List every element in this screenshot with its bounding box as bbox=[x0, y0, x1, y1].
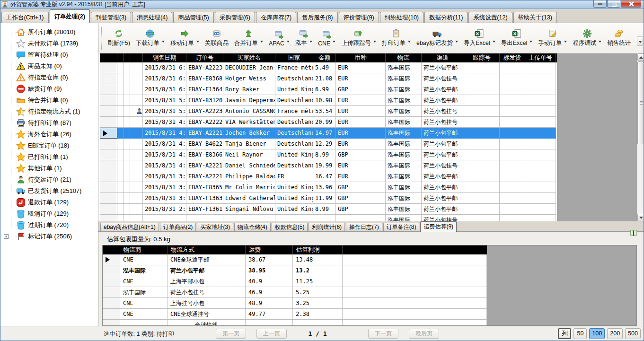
toolbar-button[interactable]: CNE bbox=[316, 29, 338, 48]
column-header[interactable]: 上传单号 bbox=[525, 53, 556, 62]
column-header[interactable]: 渠道 bbox=[422, 53, 464, 62]
freight-row[interactable]: CNECNE全球通挂号49.772.38 bbox=[103, 309, 487, 320]
row-header-cell[interactable] bbox=[100, 128, 117, 139]
chevron-down-icon[interactable] bbox=[599, 41, 601, 43]
sidebar-item[interactable]: 待合并订单 (0) bbox=[0, 95, 98, 106]
table-row[interactable]: 2015/8/31 3:30EBAY-E8365Mr Colin Marriot… bbox=[100, 182, 557, 193]
page-size-button[interactable]: 50 bbox=[573, 328, 587, 339]
nav-tab[interactable]: 工作台(Ctrl+1) bbox=[1, 12, 49, 23]
chevron-down-icon[interactable] bbox=[196, 41, 199, 43]
row-header-cell[interactable] bbox=[100, 139, 117, 149]
table-row[interactable]: 2015/8/31 5:59EBAY-83120...Jasmin Depper… bbox=[100, 95, 557, 106]
sidebar-item[interactable]: +标记订单 (2506) bbox=[0, 231, 98, 242]
row-header-cell[interactable] bbox=[103, 298, 120, 309]
row-header-cell[interactable] bbox=[100, 149, 117, 160]
detail-tab[interactable]: 运费估算(9) bbox=[420, 221, 457, 232]
row-header-cell[interactable] bbox=[100, 84, 117, 95]
page-size-button[interactable]: 500 bbox=[625, 328, 641, 339]
table-row[interactable]: 2015/8/31 6:28EBAY-E8368Holger WeissDeut… bbox=[100, 73, 557, 84]
row-header-cell[interactable] bbox=[100, 117, 117, 128]
toolbar-button[interactable]: ebay标记发货 bbox=[414, 28, 460, 48]
restore-button[interactable] bbox=[607, 0, 620, 8]
scrollbar-thumb[interactable] bbox=[637, 61, 644, 144]
sidebar-item[interactable]: 过期订单 (720) bbox=[0, 219, 98, 231]
row-header-cell[interactable] bbox=[100, 73, 117, 84]
row-header-cell[interactable] bbox=[103, 309, 120, 320]
row-header-cell[interactable] bbox=[100, 204, 117, 215]
detail-tab[interactable]: ebay商品信息(Alt+1) bbox=[100, 223, 159, 231]
nav-tab[interactable]: 评价管理(9) bbox=[339, 12, 379, 23]
table-row[interactable]: 2015/8/31 6:37EBAY-A22236DECOUDIER Jean-… bbox=[100, 62, 557, 73]
freight-row[interactable]: 泓丰国际荷兰小包平邮38.9513.2 bbox=[103, 265, 487, 276]
chevron-down-icon[interactable] bbox=[260, 41, 263, 43]
nav-tab[interactable]: 仓库库存(7) bbox=[256, 12, 296, 23]
chevron-down-icon[interactable] bbox=[529, 41, 532, 43]
toolbar-button[interactable]: APAC bbox=[266, 29, 292, 48]
nav-tab[interactable]: 帮助关于(13) bbox=[513, 12, 557, 23]
row-header-cell[interactable] bbox=[100, 182, 117, 193]
column-header[interactable]: 销售日期 bbox=[143, 53, 186, 62]
sidebar-item[interactable]: 待指定仓库 (0) bbox=[0, 72, 98, 83]
chevron-down-icon[interactable] bbox=[564, 41, 567, 43]
column-header[interactable]: 币种 bbox=[336, 53, 386, 62]
last-page-button[interactable]: 最后页 bbox=[409, 329, 439, 339]
close-button[interactable] bbox=[621, 0, 641, 8]
detail-tab[interactable]: 利润统计(6) bbox=[309, 223, 345, 231]
nav-tab[interactable]: 纠纷处理(10) bbox=[380, 12, 423, 23]
toolbar-overflow-button[interactable] bbox=[637, 36, 643, 46]
column-header[interactable]: 订单号 bbox=[186, 53, 223, 62]
sidebar-item[interactable]: 已发货订单 (25107) bbox=[0, 185, 98, 197]
sidebar-item[interactable]: 缺货订单 (9) bbox=[0, 83, 98, 95]
chevron-down-icon[interactable] bbox=[373, 41, 376, 43]
chevron-down-icon[interactable] bbox=[309, 41, 312, 43]
sidebar-item[interactable]: 取消订单 (129) bbox=[0, 208, 98, 219]
column-header[interactable]: 物流方式 bbox=[168, 245, 246, 254]
nav-tab[interactable]: 采购管理(6) bbox=[215, 12, 255, 23]
table-row[interactable]: 2015/8/31 4:00EBAY-A22218Daniel Schniede… bbox=[100, 160, 557, 171]
chevron-down-icon[interactable] bbox=[455, 41, 458, 43]
nav-tab[interactable]: 订单处理(2) bbox=[50, 9, 90, 23]
nav-tab[interactable]: 系统设置(12) bbox=[468, 12, 512, 23]
table-row[interactable]: 2015/8/31 5:47EBAY-A22234Antonio CASSANO… bbox=[100, 106, 557, 117]
table-row[interactable]: 2015/8/31 4:11EBAY-E8366Neil RaynorUnite… bbox=[100, 149, 557, 160]
row-header-cell[interactable] bbox=[103, 276, 120, 287]
row-header-cell[interactable] bbox=[100, 171, 117, 182]
detail-tab[interactable]: 收款信息(5) bbox=[272, 223, 308, 231]
toolbar-button[interactable]: 刷新(F5) bbox=[105, 28, 132, 48]
column-header[interactable]: 买家姓名 bbox=[223, 53, 275, 62]
row-header-cell[interactable] bbox=[100, 106, 117, 117]
table-row[interactable]: 2015/8/31 3:53EBAY-A22217Philippe Baldac… bbox=[100, 171, 557, 182]
column-header[interactable]: 运费 bbox=[246, 245, 293, 254]
toolbar-button[interactable]: 移动订单 bbox=[168, 28, 202, 48]
toolbar-button[interactable]: 泓丰 bbox=[293, 28, 315, 48]
table-row[interactable]: 2015/8/31 3:18EBAY-F1363Edward GatheralU… bbox=[100, 193, 557, 204]
toolbar-button[interactable]: 下载订单 bbox=[133, 28, 167, 48]
toolbar-button[interactable]: 合并订单 bbox=[232, 28, 265, 48]
toolbar-button[interactable]: 销售统计 bbox=[605, 28, 633, 48]
chevron-down-icon[interactable] bbox=[493, 41, 495, 43]
freight-row[interactable]: CNE上海平邮小包40.911.25 bbox=[103, 276, 487, 287]
table-row[interactable]: 2015/8/31 2:55EBAY-F1361Singani NdlovuUn… bbox=[100, 204, 557, 215]
tree-expander[interactable]: + bbox=[4, 234, 9, 239]
nav-tab[interactable]: 数据分析(11) bbox=[424, 12, 468, 23]
column-header[interactable]: 跟踪号 bbox=[464, 53, 500, 62]
freight-row[interactable]: 泓丰国际荷兰小包挂号46.95.25 bbox=[103, 287, 487, 298]
next-page-button[interactable]: 下一页 bbox=[368, 329, 398, 339]
sidebar-item[interactable]: 海外仓订单 (26) bbox=[0, 129, 98, 140]
detail-tab[interactable]: 买家地址(3) bbox=[197, 223, 233, 231]
column-header[interactable]: 物流商 bbox=[120, 245, 168, 254]
column-header[interactable]: 国家 bbox=[275, 53, 313, 62]
toolbar-button[interactable]: 关联商品 bbox=[203, 28, 231, 48]
chevron-down-icon[interactable] bbox=[162, 41, 165, 43]
row-header-cell[interactable] bbox=[100, 95, 117, 106]
freight-row[interactable]: CNECNE全球通平邮38.6713.48 bbox=[103, 254, 487, 265]
table-row[interactable]: 泓丰国际荷兰小包挂号 bbox=[100, 215, 557, 221]
row-header-cell[interactable] bbox=[103, 287, 120, 298]
page-size-button[interactable]: 100 bbox=[589, 328, 605, 339]
table-row[interactable]: 2015/8/31 4:46EBAY-A22219Jochen BekkerDe… bbox=[100, 128, 557, 139]
toolbar-button[interactable]: 打印订单 bbox=[379, 28, 413, 48]
nav-tab[interactable]: 刊登管理(3) bbox=[91, 12, 131, 23]
toolbar-grip[interactable] bbox=[101, 27, 102, 50]
column-header[interactable]: 估算利润 bbox=[293, 245, 343, 254]
sidebar-item[interactable]: 其他订单 (1) bbox=[0, 163, 98, 174]
